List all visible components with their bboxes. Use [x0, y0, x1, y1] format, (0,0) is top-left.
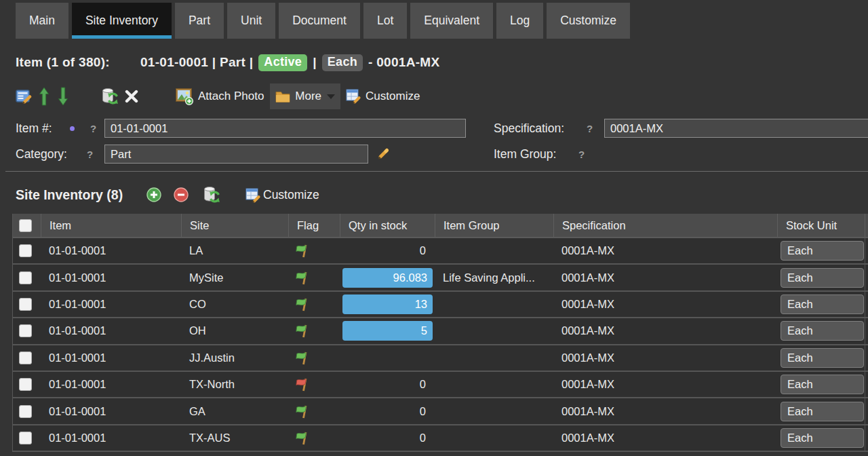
column-header-item[interactable]: Item [41, 214, 181, 237]
specification-help-icon[interactable]: ? [587, 123, 593, 134]
add-row-icon[interactable] [146, 187, 161, 205]
row-select-cell [13, 372, 41, 397]
item-code: 01-01-0001 | Part | [140, 55, 253, 70]
stock-unit-button[interactable]: Each [781, 241, 864, 261]
table-row[interactable]: 01-01-0001TX-North00001A-MXEach [13, 372, 868, 398]
stock-unit-button[interactable]: Each [781, 402, 864, 421]
cell-qty-in-stock [340, 345, 435, 370]
item-group-label: Item Group: [494, 147, 556, 162]
customize-icon[interactable] [346, 89, 361, 104]
cell-extra [865, 318, 868, 343]
table-body: 01-01-0001LA00001A-MXEach01-01-0001MySit… [13, 238, 868, 452]
stock-unit-button[interactable]: Each [781, 375, 864, 394]
stock-unit-button[interactable]: Each [781, 428, 864, 448]
row-select-cell [13, 345, 41, 370]
column-header-item-group[interactable]: Item Group [435, 214, 553, 237]
cell-site: JJ.Austin [181, 345, 288, 370]
header-select-all[interactable] [13, 214, 41, 237]
category-input[interactable] [104, 145, 368, 164]
row-select-cell [13, 425, 41, 451]
table-row[interactable]: 01-01-0001JJ.Austin0001A-MXEach [13, 345, 868, 372]
stock-unit-button[interactable]: Each [781, 294, 864, 314]
row-checkbox[interactable] [19, 324, 32, 337]
cell-extra [865, 398, 868, 423]
cell-site: TX-AUS [181, 425, 288, 451]
table-row[interactable]: 01-01-0001LA00001A-MXEach [13, 238, 868, 265]
qty-highlight-badge: 96.083 [342, 268, 433, 288]
stock-unit-button[interactable]: Each [781, 321, 864, 341]
cell-item-group [435, 345, 553, 370]
tab-log[interactable]: Log [496, 3, 543, 39]
row-checkbox[interactable] [19, 244, 32, 257]
row-checkbox[interactable] [19, 405, 32, 418]
toolbar: Attach PhotoMoreCustomize [16, 83, 420, 109]
category-help-icon[interactable]: ? [87, 149, 93, 160]
column-header-qty-in-stock[interactable]: Qty in stock [340, 214, 435, 237]
qty-value: 0 [340, 432, 435, 444]
table-row[interactable]: 01-01-0001CO130001A-MXEach [13, 292, 868, 318]
tab-document[interactable]: Document [279, 3, 360, 39]
refresh-icon[interactable] [102, 88, 119, 105]
delete-icon[interactable] [125, 90, 138, 103]
cell-stock-unit: Each [777, 292, 865, 317]
attach-photo-icon[interactable] [176, 88, 193, 105]
stock-unit-button[interactable]: Each [781, 348, 864, 368]
cell-site: LA [181, 238, 288, 263]
select-all-checkbox[interactable] [19, 219, 32, 232]
cell-flag [288, 345, 340, 370]
item-number-label: Item #: [16, 121, 52, 136]
table-row[interactable]: 01-01-0001TX-AUS00001A-MXEach [13, 425, 868, 452]
cell-extra [865, 372, 868, 397]
cell-extra [865, 265, 868, 290]
section-customize-icon[interactable] [245, 188, 260, 206]
cell-extra [865, 345, 868, 370]
row-checkbox[interactable] [19, 432, 32, 444]
remove-row-icon[interactable] [174, 187, 189, 205]
specification-input[interactable] [604, 119, 868, 138]
attach-photo-label[interactable]: Attach Photo [198, 90, 264, 103]
cell-item: 01-01-0001 [41, 292, 181, 317]
row-checkbox[interactable] [19, 298, 32, 311]
more-button[interactable]: More [270, 83, 340, 109]
cell-specification: 0001A-MX [553, 292, 777, 317]
row-checkbox[interactable] [19, 271, 32, 284]
cell-stock-unit: Each [777, 425, 865, 451]
tab-equivalent[interactable]: Equivalent [410, 3, 493, 39]
row-checkbox[interactable] [19, 378, 32, 391]
specification-label: Specification: [494, 121, 564, 136]
item-number-help-icon[interactable]: ? [90, 123, 96, 134]
row-checkbox[interactable] [19, 352, 32, 364]
cell-flag [288, 425, 340, 451]
table-row[interactable]: 01-01-0001MySite96.083Life Saving Appli.… [13, 265, 868, 291]
section-refresh-icon[interactable] [203, 186, 220, 206]
column-header-site[interactable]: Site [181, 214, 288, 237]
toolbar-customize-label[interactable]: Customize [366, 90, 420, 103]
tab-main[interactable]: Main [16, 3, 68, 39]
item-number-input[interactable] [104, 119, 466, 138]
tab-customize[interactable]: Customize [547, 3, 630, 39]
category-label: Category: [16, 147, 67, 162]
tab-unit[interactable]: Unit [227, 3, 275, 39]
cell-flag [288, 398, 340, 423]
stock-unit-button[interactable]: Each [781, 268, 864, 288]
column-header-flag[interactable]: Flag [288, 214, 340, 237]
cell-specification: 0001A-MX [553, 318, 777, 343]
cell-specification: 0001A-MX [553, 265, 777, 290]
row-select-cell [13, 292, 41, 317]
tab-part[interactable]: Part [175, 3, 224, 39]
column-header-specification[interactable]: Specification [553, 214, 777, 237]
section-customize-label[interactable]: Customize [263, 188, 319, 202]
cell-qty-in-stock: 0 [340, 425, 435, 451]
move-down-icon[interactable] [58, 87, 68, 106]
cell-item-group [435, 372, 553, 397]
edit-category-pencil-icon[interactable] [377, 147, 390, 163]
column-header-stock-unit[interactable]: Stock Unit [777, 214, 865, 237]
item-group-help-icon[interactable]: ? [578, 149, 585, 160]
flag-green-icon [296, 351, 309, 365]
table-row[interactable]: 01-01-0001GA00001A-MXEach [13, 398, 868, 425]
table-row[interactable]: 01-01-0001OH50001A-MXEach [13, 318, 868, 345]
edit-icon[interactable] [16, 88, 32, 104]
tab-site-inventory[interactable]: Site Inventory [72, 3, 172, 39]
move-up-icon[interactable] [39, 87, 49, 106]
tab-lot[interactable]: Lot [363, 3, 407, 39]
